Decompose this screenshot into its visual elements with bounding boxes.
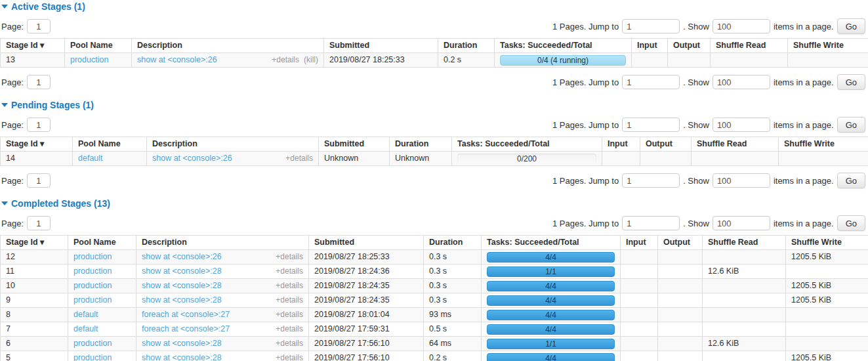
page-number-input[interactable] (27, 117, 51, 132)
go-button[interactable]: Go (837, 74, 865, 90)
pending-stages-title[interactable]: Pending Stages (1) (1, 100, 868, 110)
details-toggle[interactable]: +details (276, 252, 303, 262)
column-header[interactable]: Stage Id ▾ (1, 39, 65, 53)
pool-name-cell: default (68, 322, 136, 337)
jump-to-page-input[interactable] (622, 173, 680, 188)
column-header[interactable]: Shuffle Read (711, 39, 788, 53)
column-header[interactable]: Input (621, 236, 658, 250)
pool-name-link[interactable]: default (73, 310, 98, 319)
description-link[interactable]: show at <console>:26 (137, 55, 217, 65)
jump-to-page-input[interactable] (622, 75, 680, 89)
details-toggle[interactable]: +details (276, 339, 303, 349)
completed-stages-title[interactable]: Completed Stages (13) (1, 198, 868, 209)
details-toggle[interactable]: +details (276, 266, 303, 276)
pool-name-link[interactable]: production (73, 252, 112, 261)
description-link[interactable]: show at <console>:26 (142, 252, 222, 262)
pool-name-link[interactable]: production (73, 295, 112, 305)
column-header[interactable]: Submitted (319, 137, 390, 152)
column-header[interactable]: Shuffle Write (788, 39, 868, 53)
description-link[interactable]: show at <console>:28 (142, 353, 222, 361)
active-stages-title[interactable]: Active Stages (1) (1, 1, 868, 12)
items-per-page-input[interactable] (713, 117, 770, 132)
column-header[interactable]: Tasks: Succeeded/Total (495, 39, 632, 53)
column-header[interactable]: Output (658, 236, 703, 250)
column-header[interactable]: Pool Name (65, 39, 132, 53)
column-header[interactable]: Duration (424, 236, 482, 250)
column-header[interactable]: Pool Name (68, 236, 136, 250)
details-toggle[interactable]: +details (276, 281, 303, 291)
pool-name-link[interactable]: production (73, 339, 112, 348)
description-link[interactable]: show at <console>:28 (142, 266, 222, 276)
description-actions: +details (276, 266, 303, 276)
description-link[interactable]: show at <console>:26 (152, 154, 232, 163)
jump-to-page-input[interactable] (622, 19, 680, 33)
column-header[interactable]: Shuffle Read (703, 236, 786, 250)
column-header[interactable]: Duration (438, 39, 495, 53)
items-per-page-input[interactable] (713, 19, 770, 33)
column-header[interactable]: Output (640, 137, 692, 152)
column-header[interactable]: Duration (390, 137, 452, 152)
completed-stages-table: Stage Id ▾Pool NameDescriptionSubmittedD… (0, 235, 868, 361)
details-toggle[interactable]: +details (272, 55, 299, 65)
column-header[interactable]: Tasks: Succeeded/Total (482, 236, 621, 250)
details-toggle[interactable]: +details (285, 154, 313, 163)
duration-cell: 64 ms (424, 337, 482, 351)
column-header[interactable]: Shuffle Write (786, 236, 868, 250)
description-link[interactable]: foreach at <console>:27 (142, 310, 230, 320)
column-header[interactable]: Description (147, 137, 319, 152)
pool-name-cell: default (73, 152, 147, 166)
shuffle-write-cell (786, 308, 868, 322)
page-number-input[interactable] (27, 216, 51, 230)
items-per-page-input[interactable] (713, 75, 770, 89)
jump-to-page-input[interactable] (622, 216, 680, 230)
go-button[interactable]: Go (837, 215, 865, 231)
pool-name-link[interactable]: default (73, 324, 98, 333)
column-header[interactable]: Description (136, 236, 309, 250)
pool-name-link[interactable]: default (78, 154, 103, 163)
go-button[interactable]: Go (837, 173, 865, 188)
description-link[interactable]: show at <console>:28 (142, 281, 222, 291)
duration-cell: 0.3 s (424, 250, 482, 265)
go-button[interactable]: Go (837, 18, 865, 34)
description-link[interactable]: show at <console>:28 (142, 339, 222, 349)
description-link[interactable]: foreach at <console>:27 (142, 324, 230, 334)
column-header[interactable]: Submitted (324, 39, 438, 53)
pool-name-cell: production (68, 279, 136, 293)
column-header[interactable]: Pool Name (73, 137, 147, 152)
stage-id-cell: 10 (1, 279, 68, 293)
jump-to-page-input[interactable] (622, 117, 680, 132)
pool-name-link[interactable]: production (73, 353, 112, 361)
details-toggle[interactable]: +details (276, 295, 303, 305)
description-link[interactable]: show at <console>:28 (142, 295, 222, 305)
pool-name-link[interactable]: production (73, 281, 112, 290)
page-label: Page: (1, 22, 24, 32)
stage-row: 10productionshow at <console>:28+details… (1, 279, 868, 293)
column-header[interactable]: Stage Id ▾ (1, 137, 73, 152)
column-header[interactable]: Submitted (309, 236, 424, 250)
items-per-page-input[interactable] (713, 173, 770, 188)
page-jump-controls: 1 Pages. Jump to. Showitems in a page.Go (552, 173, 865, 188)
column-header[interactable]: Tasks: Succeeded/Total (452, 137, 602, 152)
page-number-input[interactable] (27, 173, 51, 188)
details-toggle[interactable]: +details (276, 324, 303, 334)
pool-name-link[interactable]: production (70, 55, 108, 64)
go-button[interactable]: Go (837, 117, 865, 133)
column-header[interactable]: Output (668, 39, 711, 53)
description-cell: foreach at <console>:27+details (136, 322, 309, 337)
column-header[interactable]: Shuffle Write (779, 137, 868, 152)
column-header[interactable]: Description (132, 39, 324, 53)
column-header[interactable]: Stage Id ▾ (1, 236, 68, 250)
pool-name-link[interactable]: production (73, 266, 112, 276)
description-actions: +details (285, 154, 313, 163)
column-header[interactable]: Shuffle Read (692, 137, 779, 152)
column-header[interactable]: Input (602, 137, 640, 152)
kill-link[interactable]: (kill) (304, 55, 318, 65)
details-toggle[interactable]: +details (276, 353, 303, 361)
tasks-cell: 4/4 (482, 279, 621, 293)
page-number-input[interactable] (27, 19, 51, 33)
duration-cell: 0.3 s (424, 265, 482, 279)
details-toggle[interactable]: +details (276, 310, 303, 320)
items-per-page-input[interactable] (713, 216, 770, 230)
column-header[interactable]: Input (632, 39, 668, 53)
page-number-input[interactable] (27, 75, 51, 89)
